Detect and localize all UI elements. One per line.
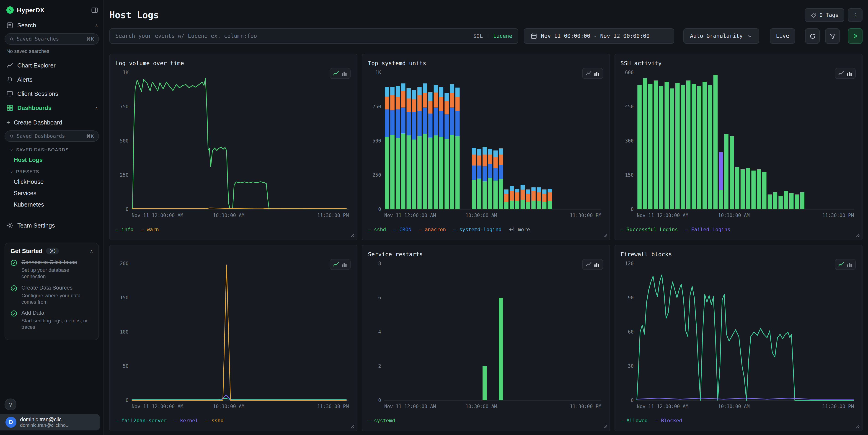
search-input[interactable] bbox=[115, 33, 473, 39]
live-button[interactable]: Live bbox=[770, 28, 795, 44]
date-range-picker[interactable]: Nov 11 00:00:00 - Nov 12 00:00:00 bbox=[524, 28, 674, 44]
legend-item[interactable]: — systemd-logind bbox=[453, 227, 501, 232]
get-started-item[interactable]: Create Data Sources Configure where your… bbox=[10, 284, 93, 305]
saved-dashboards-input-wrap[interactable]: ⌘K bbox=[5, 130, 99, 142]
legend-item[interactable]: — fail2ban-server bbox=[115, 418, 167, 424]
line-chart-toggle-icon[interactable] bbox=[333, 70, 339, 76]
sidebar-item-team-settings[interactable]: Team Settings bbox=[0, 218, 103, 232]
get-started-item[interactable]: Add Data Start sending logs, metrics, or… bbox=[10, 310, 93, 330]
saved-dashboards-section-header[interactable]: ∨ SAVED DASHBOARDS bbox=[0, 144, 103, 154]
tags-button[interactable]: 0 Tags bbox=[805, 8, 844, 22]
get-started-item-title: Add Data bbox=[22, 310, 93, 316]
legend-item[interactable]: — warn bbox=[141, 227, 159, 232]
legend-item[interactable]: — Allowed bbox=[620, 418, 648, 424]
sidebar-header: ⚡ HyperDX bbox=[0, 0, 103, 18]
bar-chart-toggle-icon[interactable] bbox=[341, 70, 347, 76]
get-started-card: Get Started 3/3 ∧ Connect to ClickHouse … bbox=[5, 243, 99, 340]
get-started-badge: 3/3 bbox=[46, 248, 59, 254]
saved-searches-input-wrap[interactable]: ⌘K bbox=[5, 33, 99, 45]
legend-item[interactable]: — kernel bbox=[174, 418, 198, 424]
svg-text:8: 8 bbox=[378, 261, 381, 266]
shortcut-hint: ⌘K bbox=[86, 134, 94, 138]
get-started-item-title: Connect to ClickHouse bbox=[22, 259, 93, 266]
run-query-button[interactable] bbox=[848, 28, 863, 44]
user-menu[interactable]: D dominic.tran@clic... dominic.tran@clic… bbox=[0, 414, 100, 430]
svg-text:11:30:00 PM: 11:30:00 PM bbox=[570, 404, 601, 409]
sidebar-item-client-sessions[interactable]: Client Sessions bbox=[0, 87, 103, 101]
more-options-button[interactable]: ⋮ bbox=[848, 8, 863, 22]
bar-chart-toggle-icon[interactable] bbox=[846, 261, 852, 268]
chart: 02505007501KNov 11 12:00:00 AM10:30:00 A… bbox=[368, 69, 604, 220]
legend-item[interactable]: — sshd bbox=[206, 418, 224, 424]
bar-chart-toggle-icon[interactable] bbox=[594, 261, 600, 268]
svg-text:10:30:00 AM: 10:30:00 AM bbox=[465, 213, 497, 218]
bar-chart-toggle-icon[interactable] bbox=[846, 70, 852, 76]
bar-chart-toggle-icon[interactable] bbox=[594, 70, 600, 76]
legend-item[interactable]: — info bbox=[115, 227, 133, 232]
sidebar-item-services[interactable]: Services bbox=[0, 187, 103, 199]
legend-item[interactable]: — Failed Logins bbox=[685, 227, 731, 232]
line-chart-toggle-icon[interactable] bbox=[333, 261, 339, 268]
sidebar-collapse-icon[interactable] bbox=[91, 7, 98, 13]
svg-text:300: 300 bbox=[625, 138, 634, 144]
panel-resize-handle[interactable] bbox=[603, 234, 607, 239]
line-chart-toggle-icon[interactable] bbox=[585, 70, 592, 76]
sql-toggle[interactable]: SQL bbox=[473, 33, 483, 39]
dashboard-panel: 050100150200Nov 11 12:00:00 AM10:30:00 A… bbox=[110, 245, 358, 431]
presets-section-header[interactable]: ∨ PRESETS bbox=[0, 165, 103, 176]
svg-text:Nov 11 12:00:00 AM: Nov 11 12:00:00 AM bbox=[637, 404, 688, 409]
legend-more-link[interactable]: +4 more bbox=[509, 227, 530, 232]
panel-resize-handle[interactable] bbox=[856, 234, 860, 239]
event-search-box[interactable]: SQL | Lucene bbox=[110, 28, 518, 44]
get-started-item[interactable]: Connect to ClickHouse Set up your databa… bbox=[10, 259, 93, 280]
panel-resize-handle[interactable] bbox=[856, 425, 860, 430]
panel-resize-handle[interactable] bbox=[350, 234, 355, 239]
svg-text:Nov 11 12:00:00 AM: Nov 11 12:00:00 AM bbox=[132, 213, 183, 218]
legend-item[interactable]: — anacron bbox=[419, 227, 446, 232]
filter-button[interactable] bbox=[825, 28, 840, 44]
lucene-toggle[interactable]: Lucene bbox=[493, 33, 512, 39]
svg-text:600: 600 bbox=[625, 70, 634, 75]
dashboard-panel: Firewall blocks0306090120Nov 11 12:00:00… bbox=[615, 245, 863, 431]
svg-text:100: 100 bbox=[120, 329, 129, 335]
sidebar-item-search[interactable]: Search ∧ bbox=[0, 18, 103, 32]
line-chart-toggle-icon[interactable] bbox=[585, 261, 592, 268]
refresh-button[interactable] bbox=[805, 28, 820, 44]
get-started-header[interactable]: Get Started 3/3 ∧ bbox=[10, 248, 93, 254]
sidebar-item-alerts[interactable]: Alerts bbox=[0, 72, 103, 87]
team-settings-label: Team Settings bbox=[17, 222, 98, 229]
help-button[interactable]: ? bbox=[5, 399, 17, 410]
line-chart-toggle-icon[interactable] bbox=[838, 261, 844, 268]
bar-chart-toggle-icon[interactable] bbox=[341, 261, 347, 268]
svg-text:6: 6 bbox=[378, 295, 381, 301]
granularity-select[interactable]: Auto Granularity bbox=[683, 28, 759, 44]
saved-dashboards-input[interactable] bbox=[17, 133, 84, 139]
legend-item[interactable]: — CRON bbox=[394, 227, 412, 232]
chart: 02468Nov 11 12:00:00 AM10:30:00 AM11:30:… bbox=[368, 260, 604, 411]
legend-item[interactable]: — systemd bbox=[368, 418, 395, 424]
sidebar-item-chart-explorer[interactable]: Chart Explorer bbox=[0, 58, 103, 72]
get-started-title: Get Started bbox=[10, 248, 42, 254]
line-chart-toggle-icon[interactable] bbox=[838, 70, 844, 76]
chart-legend: — fail2ban-server— kernel— sshd bbox=[115, 418, 351, 424]
sidebar-item-clickhouse[interactable]: ClickHouse bbox=[0, 176, 103, 187]
sidebar-item-host-logs[interactable]: Host Logs bbox=[0, 154, 103, 165]
shortcut-hint: ⌘K bbox=[86, 36, 94, 41]
create-dashboard-button[interactable]: + Create Dashboard bbox=[0, 115, 103, 129]
search-label: Search bbox=[17, 22, 91, 29]
legend-item[interactable]: — Blocked bbox=[655, 418, 682, 424]
svg-text:11:30:00 PM: 11:30:00 PM bbox=[823, 213, 854, 218]
legend-item[interactable]: — sshd bbox=[368, 227, 386, 232]
filter-icon bbox=[829, 33, 836, 39]
sidebar-item-kubernetes[interactable]: Kubernetes bbox=[0, 199, 103, 210]
toolbar: SQL | Lucene Nov 11 00:00:00 - Nov 12 00… bbox=[110, 28, 863, 44]
panel-resize-handle[interactable] bbox=[350, 425, 355, 430]
sidebar-item-dashboards[interactable]: Dashboards ∧ bbox=[0, 101, 103, 115]
svg-text:200: 200 bbox=[120, 261, 129, 266]
svg-text:10:30:00 AM: 10:30:00 AM bbox=[213, 404, 244, 409]
plus-icon: + bbox=[6, 119, 10, 126]
legend-item[interactable]: — Successful Logins bbox=[620, 227, 678, 232]
saved-searches-input[interactable] bbox=[17, 36, 84, 42]
svg-text:0: 0 bbox=[378, 398, 381, 403]
panel-resize-handle[interactable] bbox=[603, 425, 607, 430]
